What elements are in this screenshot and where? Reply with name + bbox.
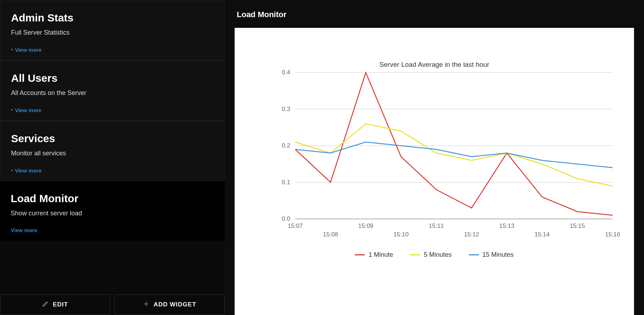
series-line xyxy=(295,72,613,215)
legend-swatch xyxy=(410,254,420,255)
card-subtitle: All Accounts on the Server xyxy=(11,89,214,97)
card-subtitle: Monitor all services xyxy=(11,150,214,157)
legend-label: 1 Minute xyxy=(368,251,393,259)
load-chart: 0.00.10.20.30.415:0715:0815:0915:1015:11… xyxy=(235,28,634,299)
card-title: Load Monitor xyxy=(11,192,214,205)
sidebar-actions: EDIT ADD WIDGET xyxy=(0,292,225,315)
main-panel: Load Monitor Server Load Average in the … xyxy=(225,0,644,315)
legend-item: 5 Minutes xyxy=(410,251,451,259)
x-tick-label: 15:07 xyxy=(288,222,303,229)
y-tick-label: 0.2 xyxy=(282,142,290,149)
y-tick-label: 0.4 xyxy=(282,69,290,76)
sidebar-card: Admin StatsFull Server StatisticsView mo… xyxy=(0,0,225,60)
pencil-icon xyxy=(42,301,48,309)
card-subtitle: Full Server Statistics xyxy=(11,29,214,36)
add-widget-button[interactable]: ADD WIDGET xyxy=(114,294,225,315)
card-subtitle: Show current server load xyxy=(11,210,214,217)
legend-item: 1 Minute xyxy=(355,251,393,259)
x-tick-label: 15:08 xyxy=(323,231,338,238)
sidebar-card: ServicesMonitor all servicesView more xyxy=(0,121,225,181)
edit-button[interactable]: EDIT xyxy=(0,294,110,315)
view-more-link[interactable]: View more xyxy=(11,168,42,174)
chart-legend: 1 Minute5 Minutes15 Minutes xyxy=(235,251,634,259)
legend-swatch xyxy=(469,254,479,255)
x-tick-label: 15:14 xyxy=(535,231,550,238)
x-tick-label: 15:16 xyxy=(605,231,620,238)
view-more-link[interactable]: View more xyxy=(11,107,42,113)
y-tick-label: 0.0 xyxy=(282,215,290,222)
x-tick-label: 15:09 xyxy=(358,222,374,229)
plus-icon xyxy=(143,301,149,309)
sidebar: Admin StatsFull Server StatisticsView mo… xyxy=(0,0,225,315)
x-tick-label: 15:13 xyxy=(499,222,515,229)
y-tick-label: 0.1 xyxy=(282,179,290,186)
y-tick-label: 0.3 xyxy=(282,106,290,112)
chart-title: Server Load Average in the last hour xyxy=(235,61,634,69)
sidebar-card: Load MonitorShow current server loadView… xyxy=(0,181,225,241)
legend-swatch xyxy=(355,254,365,255)
card-title: Admin Stats xyxy=(11,12,214,24)
legend-label: 5 Minutes xyxy=(424,251,451,259)
x-tick-label: 15:11 xyxy=(429,222,444,229)
legend-label: 15 Minutes xyxy=(482,251,514,259)
card-title: All Users xyxy=(11,72,214,84)
card-title: Services xyxy=(11,132,214,145)
x-tick-label: 15:15 xyxy=(570,222,585,229)
legend-item: 15 Minutes xyxy=(469,251,514,259)
edit-button-label: EDIT xyxy=(53,301,68,308)
add-widget-button-label: ADD WIDGET xyxy=(154,301,196,308)
chart-panel: Server Load Average in the last hour0.00… xyxy=(235,28,634,315)
x-tick-label: 15:12 xyxy=(464,231,479,238)
view-more-link[interactable]: View more xyxy=(11,47,42,53)
view-more-link[interactable]: View more xyxy=(11,227,37,233)
series-line xyxy=(295,124,613,186)
sidebar-card: All UsersAll Accounts on the ServerView … xyxy=(0,60,225,121)
x-tick-label: 15:10 xyxy=(393,231,409,238)
main-title: Load Monitor xyxy=(237,10,634,19)
series-line xyxy=(295,142,613,168)
